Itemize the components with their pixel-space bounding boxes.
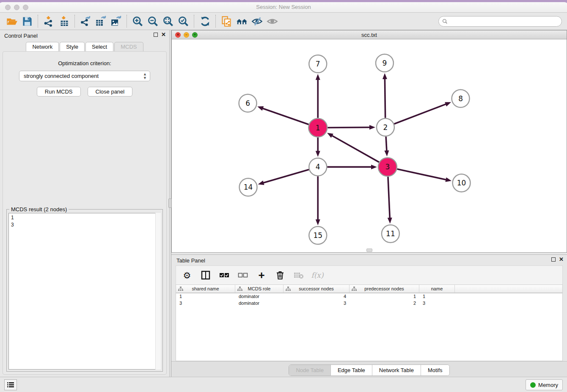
graph-arrowhead — [316, 74, 320, 80]
result-scrollbar[interactable] — [155, 213, 161, 370]
control-panel-tabs: Network Style Select MCDS — [0, 42, 169, 51]
mcds-result-text[interactable]: 1 3 — [8, 213, 161, 370]
settings-gear-icon[interactable]: ⚙ — [182, 270, 192, 280]
column-header-label: predecessor nodes — [364, 286, 404, 291]
table-cell[interactable]: 1 — [176, 293, 235, 300]
import-network-button[interactable] — [41, 14, 56, 28]
column-header-name[interactable]: name — [419, 285, 455, 293]
export-image-icon — [110, 16, 122, 27]
node-table-body: 1dominator4113dominator323 — [176, 293, 562, 307]
network-canvas[interactable]: 7968124314101511 — [172, 39, 567, 252]
column-header-MCDS-role[interactable]: MCDS role — [235, 285, 284, 293]
table-cell[interactable]: dominator — [235, 300, 284, 307]
optimization-criterion-select[interactable]: strongly connected component ▲▼ — [19, 71, 150, 81]
search-input[interactable] — [450, 17, 561, 26]
mcds-result-title: MCDS result (2 nodes) — [9, 206, 69, 213]
graph-arrowhead — [384, 150, 389, 156]
refresh-button[interactable] — [197, 14, 212, 28]
close-panel-button[interactable]: Close panel — [88, 87, 133, 97]
column-header-predecessor-nodes[interactable]: predecessor nodes — [350, 285, 419, 293]
table-cell[interactable]: 3 — [419, 300, 455, 307]
open-session-button[interactable] — [4, 14, 19, 28]
graph-edge-4-14[interactable] — [262, 170, 309, 183]
duplicate-network-button[interactable] — [219, 14, 234, 28]
column-header-successor-nodes[interactable]: successor nodes — [284, 285, 350, 293]
tab-motifs[interactable]: Motifs — [421, 365, 449, 375]
table-cell[interactable]: dominator — [235, 293, 284, 300]
graph-edge-3-1[interactable] — [331, 135, 379, 162]
float-panel-icon[interactable] — [154, 33, 158, 37]
zoom-selected-button[interactable] — [176, 14, 191, 28]
select-all-checkboxes-icon[interactable] — [219, 270, 229, 280]
toolbar-separator — [215, 15, 216, 28]
graph-edge-2-9[interactable] — [385, 78, 385, 118]
delete-column-icon[interactable] — [275, 270, 285, 280]
graph-arrowhead — [383, 73, 387, 79]
network-window-titlebar[interactable]: ✕ − + scc.txt — [172, 30, 567, 39]
select-stepper-icon: ▲▼ — [143, 72, 147, 80]
application-window: Session: New Session — [0, 0, 567, 392]
column-layout-icon[interactable] — [201, 270, 211, 280]
graph-edge-1-6[interactable] — [262, 108, 309, 124]
graph-edge-2-3[interactable] — [386, 137, 387, 152]
tab-network-table[interactable]: Network Table — [372, 365, 421, 375]
graph-node-label-15: 15 — [313, 231, 322, 240]
deselect-all-checkboxes-icon[interactable] — [238, 270, 248, 280]
graph-edge-3-11[interactable] — [388, 177, 390, 219]
close-table-panel-icon[interactable]: ✕ — [559, 257, 564, 262]
home-button[interactable] — [234, 14, 249, 28]
tab-edge-table[interactable]: Edge Table — [331, 365, 372, 375]
export-image-button[interactable] — [108, 14, 124, 28]
zoom-in-button[interactable] — [130, 14, 145, 28]
tab-network[interactable]: Network — [26, 42, 59, 51]
graph-node-label-11: 11 — [386, 229, 395, 238]
table-cell[interactable]: 3 — [176, 300, 235, 307]
table-row[interactable]: 1dominator411 — [176, 293, 562, 300]
import-table-button[interactable] — [56, 14, 72, 28]
function-builder-icon[interactable]: f(x) — [312, 270, 322, 280]
table-row[interactable]: 3dominator323 — [176, 300, 562, 307]
table-cell[interactable]: 2 — [350, 300, 419, 307]
control-panel-header: Control Panel ✕ — [0, 30, 169, 41]
hierarchy-icon — [178, 287, 183, 292]
graph-edge-1-2[interactable] — [328, 127, 371, 128]
open-folder-icon — [6, 16, 18, 27]
float-table-panel-icon[interactable] — [551, 257, 556, 262]
graph-arrowhead — [257, 106, 264, 110]
hierarchy-icon — [352, 287, 357, 292]
table-cell[interactable]: 1 — [350, 293, 419, 300]
table-panel-title: Table Panel — [176, 257, 205, 264]
network-window-resize-grip[interactable] — [366, 248, 372, 252]
export-network-button[interactable] — [78, 14, 93, 28]
graph-node-label-6: 6 — [245, 99, 250, 108]
export-table-icon — [95, 16, 107, 27]
tab-select[interactable]: Select — [85, 42, 113, 51]
zoom-fit-button[interactable] — [160, 14, 176, 28]
main-toolbar — [0, 13, 567, 30]
add-column-icon[interactable]: + — [256, 270, 267, 280]
table-cell[interactable]: 4 — [284, 293, 350, 300]
tab-mcds[interactable]: MCDS — [114, 42, 143, 51]
table-cell[interactable]: 1 — [419, 293, 455, 300]
window-title: Session: New Session — [0, 4, 567, 10]
hide-graphics-button[interactable] — [249, 14, 264, 28]
memory-button[interactable]: Memory — [526, 379, 563, 390]
run-mcds-button[interactable]: Run MCDS — [37, 87, 81, 97]
show-panels-button[interactable] — [4, 379, 17, 390]
table-cell[interactable]: 3 — [284, 300, 350, 307]
tab-node-table[interactable]: Node Table — [289, 365, 331, 375]
zoom-selected-icon — [178, 16, 189, 27]
graph-edge-3-10[interactable] — [397, 169, 447, 180]
column-header-shared-name[interactable]: shared name — [176, 285, 235, 293]
zoom-out-button[interactable] — [145, 14, 160, 28]
export-table-button[interactable] — [93, 14, 108, 28]
network-graph-svg[interactable]: 7968124314101511 — [172, 39, 567, 252]
network-view-window: ✕ − + scc.txt 7968124314101511 — [171, 30, 567, 253]
save-session-button[interactable] — [19, 14, 35, 28]
graph-edge-2-8[interactable] — [394, 104, 447, 124]
close-panel-icon[interactable]: ✕ — [161, 33, 166, 37]
delete-table-icon[interactable] — [294, 270, 304, 280]
graph-arrowhead — [371, 165, 377, 169]
show-graphics-button[interactable] — [264, 14, 280, 28]
tab-style[interactable]: Style — [60, 42, 85, 51]
